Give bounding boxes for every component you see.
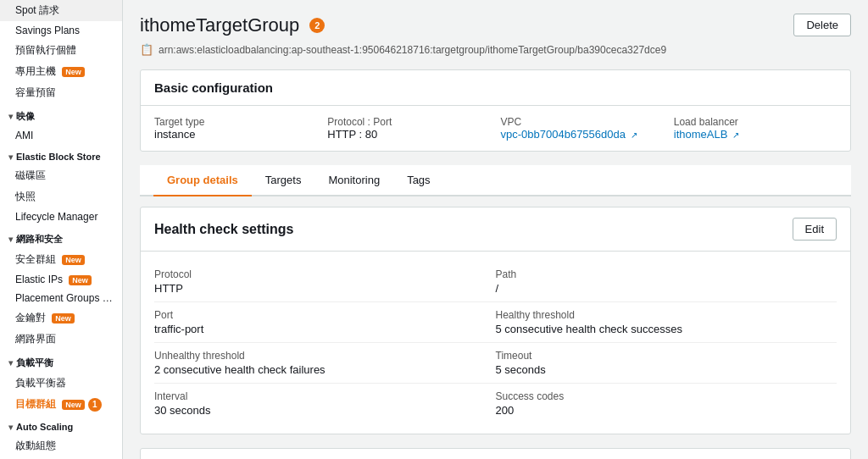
- label-timeout: Timeout: [496, 350, 837, 362]
- sidebar-item-loadbalancer[interactable]: 負載平衡器: [0, 373, 122, 394]
- health-check-card: Health check settings Edit Protocol HTTP…: [140, 207, 851, 434]
- field-timeout: Timeout 5 seconds: [496, 343, 837, 384]
- value-hc-path: /: [496, 282, 837, 295]
- copy-icon: 📋: [140, 43, 153, 56]
- label-success-codes: Success codes: [496, 390, 837, 402]
- tabs-bar: Group details Targets Monitoring Tags: [140, 165, 851, 196]
- field-interval: Interval 30 seconds: [154, 384, 496, 423]
- lb-link[interactable]: ithomeALB ↗: [674, 128, 739, 141]
- value-lb: ithomeALB ↗: [674, 128, 837, 141]
- attributes-header: Attributes Edit: [141, 449, 850, 459]
- page-header: ithomeTargetGroup 2 Delete: [140, 14, 851, 36]
- field-protocol: Protocol HTTP: [154, 262, 496, 302]
- sidebar-item-lifecycle[interactable]: Lifecycle Manager: [0, 207, 122, 226]
- delete-button[interactable]: Delete: [793, 14, 851, 36]
- tab-targets[interactable]: Targets: [252, 165, 315, 196]
- label-hc-protocol: Protocol: [154, 268, 496, 280]
- field-unhealthy-threshold: Unhealthy threshold 2 consecutive health…: [154, 343, 496, 384]
- sidebar-section-images[interactable]: ▾映像: [0, 103, 122, 126]
- sidebar-item-eip[interactable]: Elastic IPs New: [0, 270, 122, 289]
- label-targettype: Target type: [154, 116, 317, 128]
- sidebar-item-eni[interactable]: 網路界面: [0, 329, 122, 350]
- title-row: ithomeTargetGroup 2: [140, 14, 325, 36]
- new-badge-pg: New: [106, 294, 122, 304]
- sidebar-section-network[interactable]: ▾網路和安全: [0, 226, 122, 249]
- sidebar-section-autoscaling[interactable]: ▾Auto Scaling: [0, 415, 122, 435]
- value-interval: 30 seconds: [154, 404, 496, 417]
- attributes-card: Attributes Edit Stickiness Disabled Dere…: [140, 448, 851, 459]
- sidebar-item-targetgroup[interactable]: 目標群組 New1: [0, 394, 122, 415]
- value-healthy-threshold: 5 consecutive health check successes: [496, 323, 837, 335]
- sidebar-item-sg[interactable]: 安全群組 New: [0, 249, 122, 270]
- sidebar-section-lb[interactable]: ▾負載平衡: [0, 350, 122, 373]
- value-hc-protocol: HTTP: [154, 282, 496, 295]
- label-unhealthy-threshold: Unhealthy threshold: [154, 350, 496, 362]
- main-content: ithomeTargetGroup 2 Delete 📋 arn:aws:ela…: [123, 0, 868, 459]
- count-badge-tg: 1: [88, 398, 102, 412]
- sidebar-item-placement[interactable]: Placement Groups New: [0, 289, 122, 307]
- field-healthy-threshold: Healthy threshold 5 consecutive health c…: [496, 302, 837, 343]
- field-success-codes: Success codes 200: [496, 384, 837, 423]
- arrow-icon-network: ▾: [8, 235, 13, 244]
- value-vpc: vpc-0bb7004b67556d0da ↗: [501, 128, 664, 141]
- sidebar-item-snapshots[interactable]: 快照: [0, 186, 122, 207]
- field-hc-port: Port traffic-port: [154, 302, 496, 343]
- sidebar-item-savings[interactable]: Savings Plans: [0, 21, 122, 40]
- config-field-vpc: VPC vpc-0bb7004b67556d0da ↗: [501, 116, 664, 141]
- basic-config-header: Basic configuration: [141, 70, 850, 106]
- arrow-icon-ebs: ▾: [8, 152, 13, 162]
- sidebar-item-ami[interactable]: AMI: [0, 126, 122, 145]
- config-field-protocol: Protocol : Port HTTP : 80: [327, 116, 490, 141]
- sidebar-item-capacity[interactable]: 容量預留: [0, 82, 122, 103]
- spacer: [140, 196, 851, 207]
- sidebar-item-spot[interactable]: Spot 請求: [0, 0, 122, 21]
- field-path: Path /: [496, 262, 837, 302]
- tab-tags[interactable]: Tags: [393, 165, 443, 196]
- new-badge-tg: New: [62, 400, 85, 410]
- arrow-icon-lb: ▾: [8, 358, 13, 368]
- health-check-title: Health check settings: [154, 222, 294, 237]
- sidebar-item-keypair[interactable]: 金鑰對 New: [0, 307, 122, 329]
- new-badge-eip: New: [69, 275, 92, 285]
- health-check-fields: Protocol HTTP Path / Port traffic-port H…: [141, 252, 850, 434]
- vpc-link[interactable]: vpc-0bb7004b67556d0da ↗: [501, 128, 637, 141]
- value-success-codes: 200: [496, 404, 837, 417]
- arrow-icon: ▾: [8, 112, 13, 121]
- external-icon: ↗: [631, 130, 637, 140]
- sidebar-item-volumes[interactable]: 磁碟區: [0, 165, 122, 186]
- arn-text: arn:aws:elasticloadbalancing:ap-southeas…: [159, 44, 666, 56]
- title-badge: 2: [309, 18, 325, 33]
- health-check-header: Health check settings Edit: [141, 207, 850, 252]
- new-badge-sg: New: [62, 255, 85, 265]
- page-title: ithomeTargetGroup: [140, 14, 299, 36]
- value-unhealthy-threshold: 2 consecutive health check failures: [154, 363, 496, 376]
- new-badge-kp: New: [52, 313, 75, 324]
- value-targettype: instance: [154, 128, 317, 141]
- sidebar-section-ebs[interactable]: ▾Elastic Block Store: [0, 145, 122, 165]
- health-check-edit-button[interactable]: Edit: [793, 218, 837, 241]
- config-field-lb: Load balancer ithomeALB ↗: [674, 116, 837, 141]
- config-field-targettype: Target type instance: [154, 116, 317, 141]
- label-vpc: VPC: [501, 116, 664, 128]
- basic-config-body: Target type instance Protocol : Port HTT…: [141, 106, 850, 151]
- label-lb: Load balancer: [674, 116, 837, 128]
- new-badge: New: [62, 67, 85, 77]
- config-grid: Target type instance Protocol : Port HTT…: [154, 116, 837, 141]
- sidebar: Spot 請求 Savings Plans 預留執行個體 專用主機 New 容量…: [0, 0, 123, 459]
- sidebar-item-dedicated[interactable]: 專用主機 New: [0, 61, 122, 82]
- basic-config-card: Basic configuration Target type instance…: [140, 69, 851, 152]
- label-hc-path: Path: [496, 268, 837, 280]
- label-hc-port: Port: [154, 309, 496, 321]
- external-icon-lb: ↗: [732, 130, 739, 140]
- label-healthy-threshold: Healthy threshold: [496, 309, 837, 321]
- value-timeout: 5 seconds: [496, 363, 837, 376]
- value-hc-port: traffic-port: [154, 323, 496, 335]
- label-interval: Interval: [154, 390, 496, 402]
- sidebar-item-reserved[interactable]: 預留執行個體: [0, 40, 122, 61]
- arrow-icon-as: ▾: [8, 423, 13, 432]
- value-protocol: HTTP : 80: [327, 128, 490, 141]
- tab-group-details[interactable]: Group details: [153, 165, 252, 196]
- sidebar-item-launchconfig[interactable]: 啟動組態: [0, 435, 122, 456]
- tab-monitoring[interactable]: Monitoring: [314, 165, 393, 196]
- arn-row: 📋 arn:aws:elasticloadbalancing:ap-southe…: [140, 43, 851, 56]
